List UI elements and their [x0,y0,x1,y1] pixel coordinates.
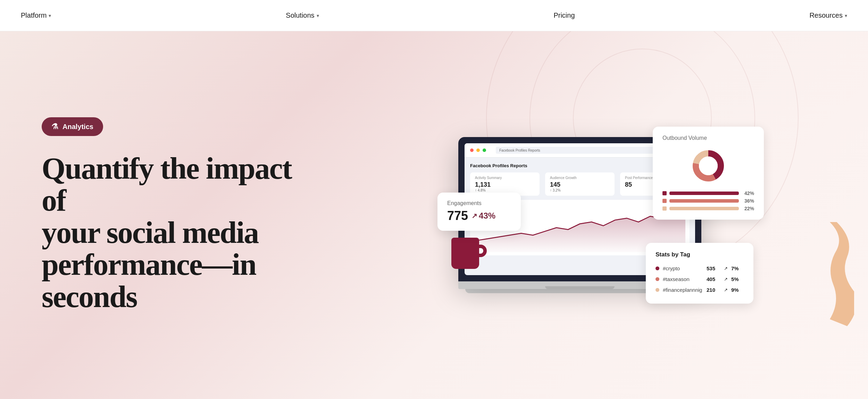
donut-chart [689,147,727,185]
arrow-icon-1: ↗ [724,266,728,271]
analytics-icon: ⚗ [51,122,58,131]
hero-headline: Quantify the impact of your social media… [42,153,306,313]
stat-box-2: Audience Growth 145 ↑ 3.2% [545,172,615,196]
nav-pricing[interactable]: Pricing [553,11,575,19]
tag-dot-1 [656,266,659,270]
mug-body [451,238,479,269]
coffee-mug [451,238,483,272]
svg-point-5 [699,156,718,175]
legend-dot-1 [662,191,667,195]
swoosh-decoration [785,222,854,326]
outbound-volume-card: Outbound Volume 42% [653,127,764,220]
dot-yellow [476,148,480,152]
legend-item-2: 36% [662,198,754,204]
hero-right: Engagements 775 ↗ 43% Outbound Volume [306,76,826,354]
stats-row-1: #crypto 535 ↗ 7% [656,263,744,274]
dot-red [470,148,474,152]
navigation: sproutsocial Platform ▾ Solutions ▾ Pric… [0,0,868,31]
arrow-icon-3: ↗ [724,287,728,292]
legend: 42% 36% 22% [662,190,754,211]
tag-dot-3 [656,288,659,292]
engagements-arrow-icon: ↗ [471,212,477,220]
legend-dot-2 [662,199,667,203]
nav-platform[interactable]: Platform ▾ [21,11,51,19]
laptop-mockup: Engagements 775 ↗ 43% Outbound Volume [458,137,701,293]
nav-links: Platform ▾ Solutions ▾ Pricing Resources… [0,0,868,31]
legend-item-1: 42% [662,190,754,196]
legend-item-3: 22% [662,206,754,211]
nav-left: sproutsocial Platform ▾ Solutions ▾ Pric… [21,8,91,23]
engagements-card: Engagements 775 ↗ 43% [437,193,521,231]
stat-box-1: Activity Summary 1,131 ↑ 4.8% [470,172,540,196]
arrow-icon-2: ↗ [724,277,728,282]
resources-chevron-icon: ▾ [845,13,847,18]
stats-row-3: #financeplannnig 210 ↗ 9% [656,285,744,295]
dot-green [483,148,486,152]
nav-resources[interactable]: Resources ▾ [809,11,847,19]
hero-left: ⚗ Analytics Quantify the impact of your … [42,117,306,313]
analytics-badge: ⚗ Analytics [42,117,103,136]
solutions-chevron-icon: ▾ [317,13,319,18]
stats-by-tag-card: Stats by Tag #crypto 535 ↗ 7% #taxseason… [646,243,753,304]
nav-solutions[interactable]: Solutions ▾ [286,11,319,19]
stats-row-2: #taxseason 405 ↗ 5% [656,274,744,285]
platform-chevron-icon: ▾ [49,13,51,18]
donut-svg [689,147,727,185]
tag-dot-2 [656,277,659,281]
hero-section: ⚗ Analytics Quantify the impact of your … [0,31,868,399]
legend-dot-3 [662,206,667,211]
